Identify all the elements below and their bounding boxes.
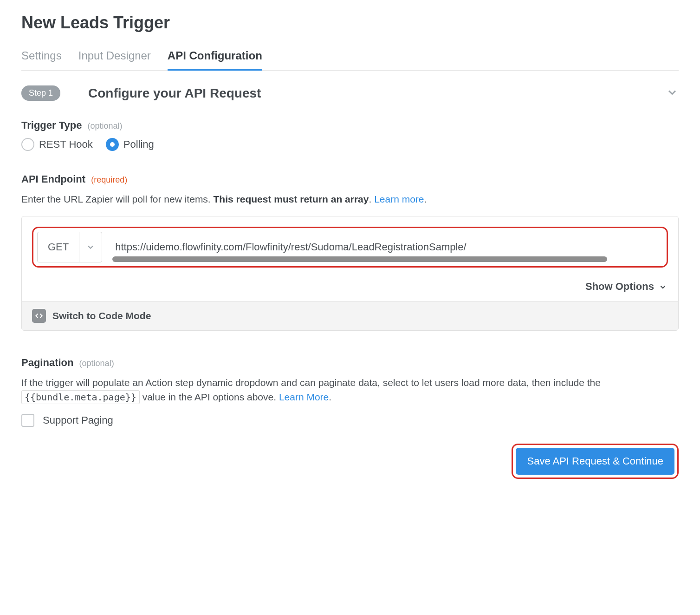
radio-rest-hook-label: REST Hook bbox=[39, 138, 93, 150]
code-mode-label: Switch to Code Mode bbox=[52, 310, 151, 321]
page-title: New Leads Trigger bbox=[21, 13, 679, 33]
save-highlight-frame: Save API Request & Continue bbox=[512, 444, 679, 479]
tabs: Settings Input Designer API Configuratio… bbox=[21, 46, 679, 71]
chevron-down-icon bbox=[659, 281, 667, 292]
api-endpoint-help-period: . bbox=[424, 194, 427, 204]
api-endpoint-card: GET Show Options Switch to Code Mode bbox=[21, 216, 679, 331]
http-method-value: GET bbox=[38, 232, 79, 262]
api-endpoint-hint: (required) bbox=[91, 175, 127, 184]
step-title: Configure your API Request bbox=[88, 86, 638, 101]
tab-settings[interactable]: Settings bbox=[21, 46, 62, 71]
support-paging-row[interactable]: Support Paging bbox=[21, 414, 679, 427]
api-endpoint-label-text: API Endpoint bbox=[21, 173, 85, 185]
trigger-type-label-text: Trigger Type bbox=[21, 119, 82, 131]
learn-more-link[interactable]: Learn more bbox=[374, 194, 424, 204]
support-paging-label: Support Paging bbox=[43, 414, 113, 426]
radio-polling-label: Polling bbox=[123, 138, 154, 150]
endpoint-highlight-frame: GET bbox=[32, 227, 668, 268]
api-endpoint-help-post: . bbox=[369, 194, 374, 204]
radio-rest-hook[interactable]: REST Hook bbox=[21, 138, 93, 151]
chevron-down-icon bbox=[666, 86, 679, 101]
pagination-help-period: . bbox=[329, 392, 331, 402]
radio-polling[interactable]: Polling bbox=[106, 138, 154, 151]
support-paging-checkbox[interactable] bbox=[21, 414, 34, 427]
tab-input-designer[interactable]: Input Designer bbox=[78, 46, 151, 71]
http-method-select[interactable]: GET bbox=[37, 232, 102, 262]
pagination-help-code: {{bundle.meta.page}} bbox=[21, 390, 140, 404]
pagination-label-text: Pagination bbox=[21, 357, 73, 368]
api-endpoint-help-bold: This request must return an array bbox=[214, 194, 369, 204]
api-endpoint-help-pre: Enter the URL Zapier will poll for new i… bbox=[21, 194, 214, 204]
pagination-help: If the trigger will populate an Action s… bbox=[21, 375, 679, 405]
trigger-type-radio-group: REST Hook Polling bbox=[21, 138, 679, 151]
trigger-type-label: Trigger Type (optional) bbox=[21, 119, 679, 131]
endpoint-url-input[interactable] bbox=[112, 239, 663, 254]
tab-api-configuration[interactable]: API Configuration bbox=[168, 46, 262, 71]
show-options-label: Show Options bbox=[585, 281, 654, 292]
pagination-help-post: value in the API options above. bbox=[140, 392, 279, 402]
api-endpoint-label: API Endpoint (required) bbox=[21, 173, 679, 185]
horizontal-scrollbar[interactable] bbox=[112, 256, 663, 262]
save-api-request-button[interactable]: Save API Request & Continue bbox=[516, 448, 674, 475]
switch-to-code-mode[interactable]: Switch to Code Mode bbox=[22, 301, 678, 330]
trigger-type-hint: (optional) bbox=[88, 121, 123, 131]
chevron-down-icon bbox=[79, 232, 102, 262]
api-endpoint-help: Enter the URL Zapier will poll for new i… bbox=[21, 192, 679, 207]
step-header[interactable]: Step 1 Configure your API Request bbox=[21, 85, 679, 101]
learn-more-link[interactable]: Learn More bbox=[279, 392, 329, 402]
pagination-help-pre: If the trigger will populate an Action s… bbox=[21, 377, 601, 388]
pagination-hint: (optional) bbox=[79, 359, 114, 368]
step-badge: Step 1 bbox=[21, 85, 60, 101]
show-options-toggle[interactable]: Show Options bbox=[22, 278, 678, 301]
radio-circle-icon bbox=[21, 138, 34, 151]
code-icon bbox=[32, 309, 46, 323]
pagination-label: Pagination (optional) bbox=[21, 357, 679, 369]
radio-circle-selected-icon bbox=[106, 138, 119, 151]
